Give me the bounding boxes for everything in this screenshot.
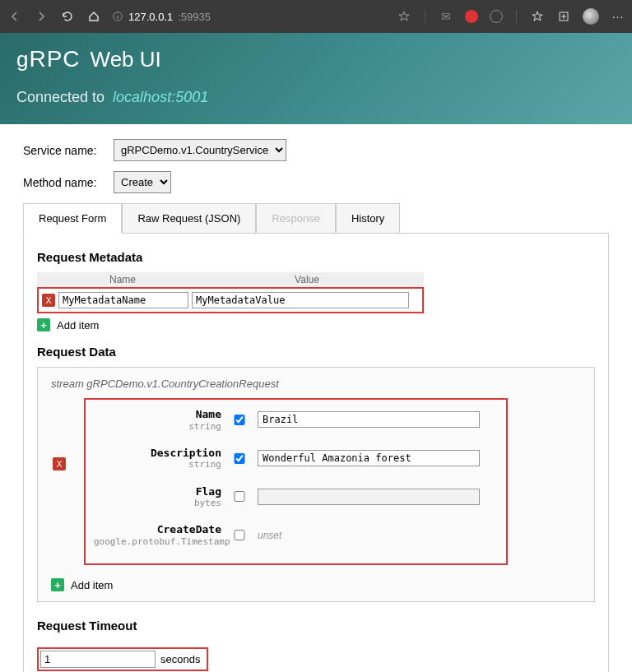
method-name-select[interactable]: Create	[114, 171, 171, 193]
forward-icon[interactable]	[33, 8, 49, 25]
url-port: :59935	[178, 11, 211, 23]
stream-type-title: stream gRPCDemo.v1.CountryCreationReques…	[51, 378, 581, 390]
star-icon[interactable]	[397, 9, 411, 24]
field-name-input[interactable]	[258, 411, 480, 428]
url-host: 127.0.0.1	[128, 11, 173, 23]
separator	[425, 10, 425, 23]
metadata-value-input[interactable]	[192, 292, 409, 308]
request-data-box: stream gRPCDemo.v1.CountryCreationReques…	[37, 367, 595, 602]
field-description-checkbox[interactable]	[233, 453, 246, 464]
field-name-checkbox[interactable]	[233, 415, 246, 425]
field-row-flag: Flagbytes	[94, 485, 498, 509]
tab-request-form[interactable]: Request Form	[23, 203, 122, 234]
fields-box: X Namestring Descriptionstring Flagbytes	[84, 398, 508, 565]
metadata-col-value: Value	[190, 272, 424, 287]
favorites-icon[interactable]	[530, 9, 545, 24]
browser-toolbar: 127.0.0.1:59935 ✉ ···	[0, 0, 632, 33]
app-header: gRPC Web UI Connected to localhost:5001	[0, 33, 632, 124]
metadata-delete-button[interactable]: X	[42, 294, 55, 307]
timeout-unit: seconds	[156, 653, 205, 665]
field-row-createdate: CreateDategoogle.protobuf.Timestamp unse…	[94, 523, 498, 547]
extension-red-icon[interactable]	[465, 10, 478, 23]
timeout-box: seconds	[37, 647, 208, 671]
address-bar[interactable]: 127.0.0.1:59935	[112, 11, 387, 23]
separator	[516, 10, 517, 23]
info-icon	[112, 11, 123, 22]
metadata-name-input[interactable]	[58, 292, 188, 308]
data-section-title: Request Data	[37, 345, 595, 359]
tabs: Request Form Raw Request (JSON) Response…	[23, 203, 609, 234]
data-add-label: Add item	[71, 579, 113, 591]
timeout-section-title: Request Timeout	[37, 619, 595, 633]
tab-raw-request[interactable]: Raw Request (JSON)	[122, 203, 256, 233]
more-icon[interactable]: ···	[611, 9, 625, 24]
metadata-add-button[interactable]: +	[37, 318, 50, 331]
collections-icon[interactable]	[556, 9, 571, 24]
metadata-table: X	[37, 287, 424, 313]
app-subtitle: Web UI	[91, 47, 161, 72]
app-logo: gRPC	[16, 46, 81, 72]
metadata-add-label: Add item	[57, 319, 99, 331]
field-row-name: Namestring	[94, 408, 498, 432]
service-name-label: Service name:	[23, 144, 114, 157]
metadata-col-name: Name	[55, 272, 190, 287]
profile-avatar-icon[interactable]	[583, 8, 599, 25]
tab-history[interactable]: History	[336, 203, 400, 233]
field-flag-input[interactable]	[258, 489, 480, 505]
service-name-select[interactable]: gRPCDemo.v1.CountryService	[114, 139, 286, 161]
field-description-input[interactable]	[258, 450, 480, 466]
data-item-delete-button[interactable]: X	[53, 457, 66, 470]
data-add-button[interactable]: +	[51, 578, 64, 591]
connection-status: Connected to localhost:5001	[16, 89, 616, 106]
field-row-description: Descriptionstring	[94, 447, 498, 470]
field-createdate-checkbox[interactable]	[233, 530, 246, 540]
mail-icon[interactable]: ✉	[439, 9, 453, 24]
field-flag-checkbox[interactable]	[233, 491, 246, 502]
request-form-panel: Request Metadata Name Value X + Add item…	[23, 234, 609, 672]
home-icon[interactable]	[86, 8, 102, 25]
browser-icons-right: ✉ ···	[397, 8, 625, 25]
method-name-label: Method name:	[23, 176, 114, 189]
field-createdate-unset: unset	[258, 530, 281, 541]
metadata-row: X	[40, 290, 421, 310]
timeout-input[interactable]	[40, 651, 156, 668]
tab-response: Response	[256, 203, 336, 233]
refresh-icon[interactable]	[59, 8, 76, 25]
connected-host: localhost:5001	[113, 89, 208, 105]
back-icon[interactable]	[7, 8, 23, 25]
extension-gray-icon[interactable]	[490, 10, 503, 23]
metadata-section-title: Request Metadata	[37, 250, 595, 264]
